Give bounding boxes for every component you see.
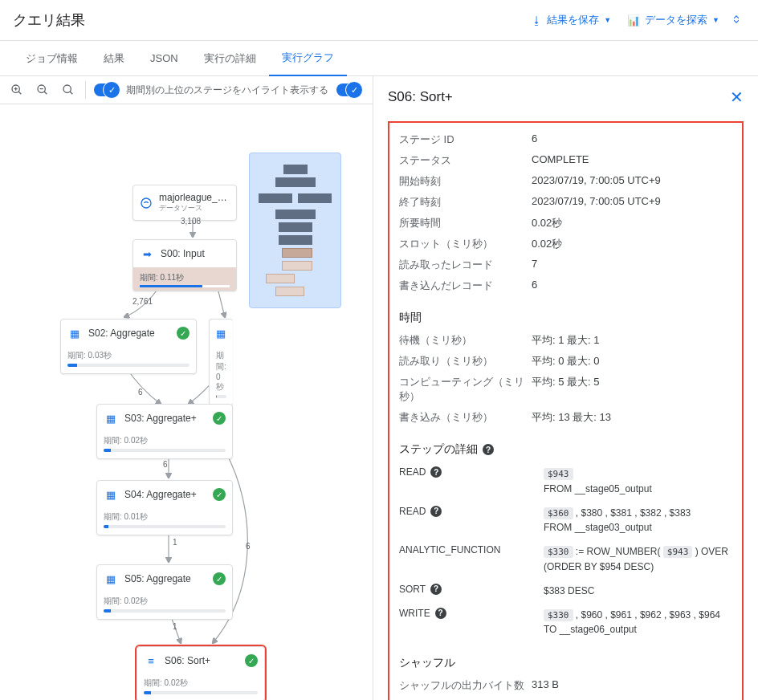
svg-point-9 xyxy=(141,198,151,208)
kv-row: 開始時刻2023/07/19, 7:00:05 UTC+9 xyxy=(399,171,732,192)
input-icon: ➡ xyxy=(140,246,154,261)
check-icon: ✓ xyxy=(213,572,226,585)
aggregate-icon: ▦ xyxy=(216,326,226,340)
edge-label: 6 xyxy=(163,460,168,469)
tab-job-info[interactable]: ジョブ情報 xyxy=(13,42,91,75)
help-icon[interactable]: ? xyxy=(430,584,442,595)
chart-icon: 📊 xyxy=(627,14,640,26)
highlight-toggle-left[interactable] xyxy=(94,83,118,96)
edge-label: 6 xyxy=(246,542,251,551)
node-s02[interactable]: ▦S02: Aggregate✓ 期間: 0.03秒 xyxy=(60,319,197,374)
kv-row: 書き込み（ミリ秒）平均: 13 最大: 13 xyxy=(399,407,732,428)
help-icon[interactable]: ? xyxy=(430,466,442,478)
aggregate-icon: ▦ xyxy=(104,487,118,502)
download-icon: ⭳ xyxy=(532,14,542,26)
results-header: クエリ結果 ⭳ 結果を保存 ▼ 📊 データを探索 ▼ xyxy=(0,0,758,41)
kv-row: ステージ ID6 xyxy=(399,129,732,150)
step-row: READ ?$360 , $380 , $381 , $382 , $383FR… xyxy=(399,501,732,540)
step-row: SORT ?$383 DESC xyxy=(399,579,732,603)
edge-label: 1 xyxy=(173,622,177,631)
step-row: WRITE ?$330 , $960 , $961 , $962 , $963 … xyxy=(399,603,732,642)
section-steps: ステップの詳細? xyxy=(399,442,732,457)
kv-row: 終了時刻2023/07/19, 7:00:05 UTC+9 xyxy=(399,192,732,213)
datasource-icon xyxy=(140,196,153,210)
highlight-toggle-right[interactable] xyxy=(336,83,361,96)
save-results-button[interactable]: ⭳ 結果を保存 ▼ xyxy=(524,8,619,32)
explore-data-button[interactable]: 📊 データを探索 ▼ xyxy=(619,8,727,32)
tabs: ジョブ情報 結果 JSON 実行の詳細 実行グラフ xyxy=(0,41,758,76)
node-s03[interactable]: ▦S03: Aggregate+✓ 期間: 0.02秒 xyxy=(96,404,233,459)
help-icon[interactable]: ? xyxy=(435,608,446,619)
section-shuffle: シャッフル xyxy=(399,656,732,670)
minimap[interactable] xyxy=(249,153,341,308)
panel-title: S06: Sort+ xyxy=(388,89,730,105)
edge-label: 6 xyxy=(138,388,143,397)
sort-icon: ≡ xyxy=(144,653,158,668)
node-s05[interactable]: ▦S05: Aggregate✓ 期間: 0.02秒 xyxy=(96,564,233,620)
check-icon: ✓ xyxy=(245,654,258,667)
kv-row: 書き込んだレコード6 xyxy=(399,275,732,296)
highlight-label: 期間別の上位のステージをハイライト表示する xyxy=(126,83,328,97)
tab-exec-details[interactable]: 実行の詳細 xyxy=(191,42,269,75)
section-time: 時間 xyxy=(399,311,732,325)
aggregate-icon: ▦ xyxy=(104,411,118,425)
tab-exec-graph[interactable]: 実行グラフ xyxy=(269,41,347,76)
kv-row: 所要時間0.02秒 xyxy=(399,213,732,234)
kv-row: 待機（ミリ秒）平均: 1 最大: 1 xyxy=(399,330,732,351)
help-icon[interactable]: ? xyxy=(430,506,442,517)
tab-json[interactable]: JSON xyxy=(137,43,191,74)
kv-row: ディスクにオーバーフローしたシャッフル0 B xyxy=(399,696,732,700)
kv-row: 読み取ったレコード7 xyxy=(399,254,732,275)
page-title: クエリ結果 xyxy=(13,10,524,30)
zoom-reset-icon[interactable] xyxy=(59,81,77,99)
details-panel: S06: Sort+ ✕ ステージ ID6ステータスCOMPLETE開始時刻20… xyxy=(373,76,758,700)
aggregate-icon: ▦ xyxy=(104,572,118,586)
zoom-in-icon[interactable] xyxy=(8,81,26,99)
node-s06-selected[interactable]: ≡S06: Sort+✓ 期間: 0.02秒 xyxy=(137,646,265,700)
kv-row: 読み取り（ミリ秒）平均: 0 最大: 0 xyxy=(399,351,732,372)
aggregate-icon: ▦ xyxy=(67,326,82,340)
kv-row: スロット（ミリ秒）0.02秒 xyxy=(399,234,732,254)
node-s01[interactable]: ▦S01 期間: 0秒 xyxy=(209,319,233,405)
node-s04[interactable]: ▦S04: Aggregate+✓ 期間: 0.01秒 xyxy=(96,480,233,535)
chevron-down-icon: ▼ xyxy=(712,16,719,24)
kv-row: ステータスCOMPLETE xyxy=(399,150,732,171)
tab-results[interactable]: 結果 xyxy=(91,42,137,75)
node-source[interactable]: majorleague_ca_matsuyam データソース xyxy=(132,185,237,221)
check-icon: ✓ xyxy=(213,488,226,501)
edge-label: 3,108 xyxy=(181,217,201,226)
kv-row: コンピューティング（ミリ秒）平均: 5 最大: 5 xyxy=(399,372,732,407)
check-icon: ✓ xyxy=(213,412,226,425)
close-icon[interactable]: ✕ xyxy=(730,88,744,107)
chevron-down-icon: ▼ xyxy=(604,16,611,24)
expand-icon[interactable] xyxy=(727,10,745,31)
panel-box: ステージ ID6ステータスCOMPLETE開始時刻2023/07/19, 7:0… xyxy=(388,121,744,700)
help-icon[interactable]: ? xyxy=(483,444,494,455)
step-row: ANALYTIC_FUNCTION$330 := ROW_NUMBER( $94… xyxy=(399,539,732,579)
node-s00[interactable]: ➡S00: Input 期間: 0.11秒 xyxy=(132,239,237,291)
execution-graph[interactable]: 期間別の上位のステージをハイライト表示する majorleague_ca_mat… xyxy=(0,76,373,700)
step-row: READ ?$943FROM __stage05_output xyxy=(399,462,732,501)
graph-toolbar: 期間別の上位のステージをハイライト表示する xyxy=(0,76,373,104)
zoom-out-icon[interactable] xyxy=(34,81,51,99)
kv-row: シャッフルの出力バイト数313 B xyxy=(399,675,732,696)
check-icon: ✓ xyxy=(177,327,190,340)
edge-label: 1 xyxy=(173,538,177,547)
svg-point-2 xyxy=(63,85,71,92)
edge-label: 2,761 xyxy=(132,297,153,306)
